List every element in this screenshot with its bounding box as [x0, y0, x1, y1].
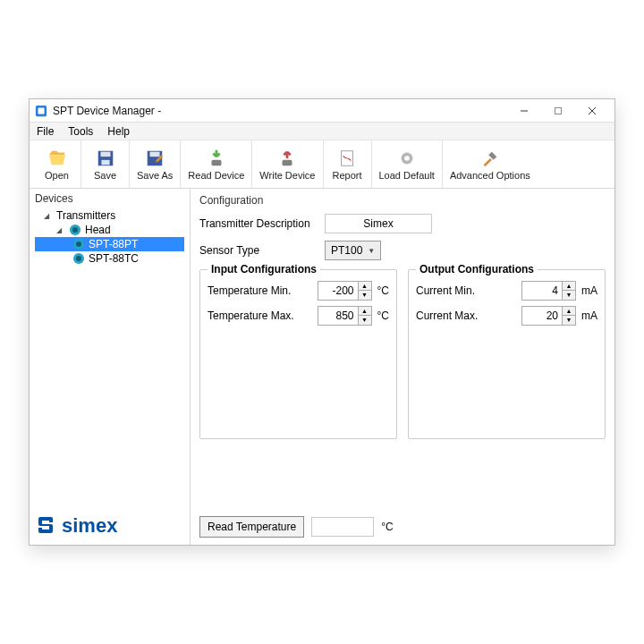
upload-device-icon [277, 148, 297, 168]
device-group-icon [69, 224, 81, 236]
menu-tools[interactable]: Tools [64, 124, 97, 139]
device-tree: ◢ Transmitters ◢ Head SPT-88PT SPT-88TC [35, 208, 184, 266]
input-configurations-panel: Input Configurations Temperature Min. ▲▼… [199, 269, 397, 439]
save-label: Save [94, 170, 116, 181]
current-max-row: Current Max. ▲▼ mA [416, 306, 597, 326]
devices-heading: Devices [35, 192, 184, 205]
tree-label: Transmitters [56, 209, 115, 222]
titlebar: SPT Device Manager - [30, 99, 614, 123]
device-icon [72, 238, 85, 250]
menubar: File Tools Help [30, 123, 614, 140]
svg-point-17 [72, 227, 78, 233]
save-as-label: Save As [137, 170, 173, 181]
temp-max-unit: °C [377, 309, 389, 322]
tools-icon [480, 148, 500, 168]
write-device-label: Write Device [259, 170, 315, 181]
transmitter-description-label: Transmitter Description [199, 217, 325, 230]
read-device-label: Read Device [188, 170, 244, 181]
tree-node-spt88pt[interactable]: SPT-88PT [35, 237, 184, 251]
input-config-legend: Input Configurations [208, 263, 320, 275]
load-default-label: Load Default [379, 170, 435, 181]
report-button[interactable]: Report [324, 140, 372, 188]
current-min-label: Current Min. [416, 284, 521, 297]
temp-max-row: Temperature Max. ▲▼ °C [208, 306, 389, 326]
temp-min-label: Temperature Min. [208, 284, 318, 297]
tree-label: SPT-88TC [89, 252, 139, 265]
brand-logo-icon [35, 514, 58, 538]
read-temperature-unit: °C [381, 521, 393, 533]
tree-node-transmitters[interactable]: ◢ Transmitters [35, 208, 184, 223]
transmitter-description-row: Transmitter Description [199, 214, 606, 233]
temp-max-input[interactable] [318, 306, 359, 326]
expander-icon[interactable]: ◢ [56, 226, 65, 234]
configuration-panel: Configuration Transmitter Description Se… [191, 189, 614, 545]
configuration-heading: Configuration [199, 194, 606, 207]
minimize-button[interactable] [507, 101, 541, 121]
current-min-row: Current Min. ▲▼ mA [416, 281, 597, 301]
save-button[interactable]: Save [81, 140, 130, 188]
read-device-button[interactable]: Read Device [181, 140, 252, 188]
app-window: SPT Device Manager - File Tools Help Ope… [29, 98, 615, 546]
spin-up-icon[interactable]: ▲ [563, 307, 575, 316]
svg-point-21 [76, 256, 81, 261]
svg-point-15 [404, 156, 410, 161]
transmitter-description-input[interactable] [325, 214, 432, 233]
spin-up-icon[interactable]: ▲ [359, 282, 371, 291]
spin-down-icon[interactable]: ▼ [563, 291, 575, 300]
spin-up-icon[interactable]: ▲ [563, 282, 575, 291]
folder-open-icon [47, 148, 67, 168]
menu-file[interactable]: File [33, 124, 57, 139]
svg-rect-12 [283, 159, 292, 165]
temp-min-unit: °C [377, 284, 389, 297]
svg-rect-1 [38, 107, 45, 114]
write-device-button[interactable]: Write Device [252, 140, 323, 188]
svg-rect-11 [211, 159, 221, 165]
spin-up-icon[interactable]: ▲ [359, 307, 371, 316]
advanced-options-button[interactable]: Advanced Options [443, 140, 538, 188]
sensor-type-row: Sensor Type PT100 ▼ [199, 241, 606, 260]
advanced-options-label: Advanced Options [450, 170, 530, 181]
menu-help[interactable]: Help [104, 124, 133, 139]
output-config-legend: Output Configurations [416, 263, 538, 275]
open-button[interactable]: Open [33, 140, 81, 188]
temp-min-input[interactable] [318, 281, 359, 301]
open-label: Open [45, 170, 69, 181]
save-as-button[interactable]: Save As [130, 140, 181, 188]
close-button[interactable] [575, 101, 609, 121]
sensor-type-dropdown[interactable]: PT100 ▼ [325, 241, 381, 260]
body: Devices ◢ Transmitters ◢ Head SPT-88PT [30, 189, 614, 545]
current-max-input[interactable] [521, 306, 563, 326]
sensor-type-value: PT100 [331, 244, 362, 257]
expander-icon[interactable]: ◢ [44, 212, 53, 220]
sensor-type-label: Sensor Type [199, 244, 325, 257]
output-configurations-panel: Output Configurations Current Min. ▲▼ mA… [408, 269, 606, 439]
read-temperature-output[interactable] [311, 517, 374, 537]
read-temperature-label: Read Temperature [208, 521, 296, 533]
spin-down-icon[interactable]: ▼ [563, 316, 575, 325]
read-temperature-button[interactable]: Read Temperature [199, 516, 304, 538]
tree-label: Head [85, 224, 111, 236]
tree-label: SPT-88PT [89, 238, 138, 250]
temp-min-spinner[interactable]: ▲▼ [318, 281, 372, 301]
maximize-button[interactable] [541, 101, 575, 121]
current-min-unit: mA [581, 284, 597, 297]
gear-reset-icon [397, 148, 417, 168]
pdf-icon [337, 148, 357, 168]
brand-logo: simex [35, 514, 117, 538]
spin-down-icon[interactable]: ▼ [359, 316, 371, 325]
load-default-button[interactable]: Load Default [372, 140, 443, 188]
download-device-icon [207, 148, 226, 168]
tree-node-head[interactable]: ◢ Head [35, 223, 184, 237]
spin-down-icon[interactable]: ▼ [359, 291, 371, 300]
current-min-input[interactable] [521, 281, 563, 301]
report-label: Report [332, 170, 361, 181]
floppy-pencil-icon [145, 148, 165, 168]
temp-min-row: Temperature Min. ▲▼ °C [208, 281, 389, 301]
toolbar: Open Save Save As Read Device Write Devi… [30, 140, 614, 189]
tree-node-spt88tc[interactable]: SPT-88TC [35, 251, 184, 266]
current-min-spinner[interactable]: ▲▼ [521, 281, 576, 301]
app-icon [35, 105, 47, 117]
svg-rect-10 [150, 151, 160, 157]
current-max-spinner[interactable]: ▲▼ [521, 306, 576, 326]
temp-max-spinner[interactable]: ▲▼ [318, 306, 372, 326]
